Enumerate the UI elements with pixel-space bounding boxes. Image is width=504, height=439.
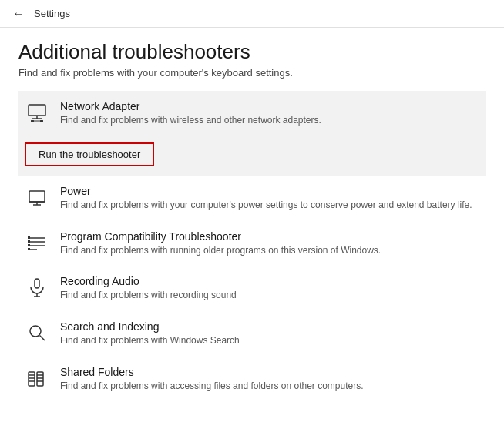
header-title: Settings — [34, 8, 70, 19]
item-text-network-adapter: Network Adapter Find and fix problems wi… — [60, 100, 321, 127]
troubleshooter-list: Network Adapter Find and fix problems wi… — [18, 91, 486, 402]
item-desc-program-compatibility: Find and fix problems with running older… — [60, 244, 381, 257]
back-button[interactable]: ← — [12, 8, 25, 20]
page-subtitle: Find and fix problems with your computer… — [18, 67, 486, 79]
item-desc-search-indexing: Find and fix problems with Windows Searc… — [60, 334, 240, 347]
shared-folders-icon — [25, 367, 49, 389]
power-icon — [25, 186, 49, 208]
item-name-recording-audio: Recording Audio — [60, 275, 237, 287]
svg-rect-18 — [35, 279, 39, 288]
svg-rect-16 — [28, 244, 30, 246]
list-item-program-compatibility[interactable]: Program Compatibility Troubleshooter Fin… — [18, 221, 486, 266]
recording-audio-icon — [25, 276, 49, 298]
item-main-network-adapter[interactable]: Network Adapter Find and fix problems wi… — [18, 91, 328, 136]
page-title: Additional troubleshooters — [18, 40, 486, 64]
item-name-shared-folders: Shared Folders — [60, 366, 364, 378]
list-item-power[interactable]: Power Find and fix problems with your co… — [18, 176, 486, 221]
item-text-recording-audio: Recording Audio Find and fix problems wi… — [60, 275, 237, 302]
svg-rect-6 — [29, 191, 45, 202]
svg-rect-0 — [29, 105, 45, 116]
svg-line-22 — [40, 336, 45, 341]
run-troubleshooter-button[interactable]: Run the troubleshooter — [25, 142, 154, 166]
network-adapter-icon — [25, 102, 49, 123]
svg-rect-14 — [28, 236, 30, 239]
item-name-program-compatibility: Program Compatibility Troubleshooter — [60, 230, 381, 243]
svg-rect-15 — [28, 240, 30, 243]
item-name-network-adapter: Network Adapter — [60, 100, 321, 112]
item-name-power: Power — [60, 185, 472, 197]
list-item-recording-audio[interactable]: Recording Audio Find and fix problems wi… — [18, 266, 486, 311]
svg-rect-17 — [28, 248, 30, 250]
list-item-network-adapter: Network Adapter Find and fix problems wi… — [18, 91, 486, 176]
program-compatibility-icon — [25, 232, 49, 253]
search-icon — [25, 322, 49, 343]
item-desc-power: Find and fix problems with your computer… — [60, 199, 472, 212]
svg-rect-23 — [29, 372, 35, 386]
list-item-search-indexing[interactable]: Search and Indexing Find and fix problem… — [18, 311, 486, 357]
item-text-search-indexing: Search and Indexing Find and fix problem… — [60, 320, 240, 347]
item-desc-shared-folders: Find and fix problems with accessing fil… — [60, 380, 364, 393]
content-area: Additional troubleshooters Find and fix … — [0, 28, 504, 414]
item-desc-recording-audio: Find and fix problems with recording sou… — [60, 289, 237, 302]
svg-rect-27 — [37, 372, 43, 386]
item-text-shared-folders: Shared Folders Find and fix problems wit… — [60, 366, 364, 393]
list-item-shared-folders[interactable]: Shared Folders Find and fix problems wit… — [18, 357, 486, 402]
item-text-power: Power Find and fix problems with your co… — [60, 185, 472, 212]
item-text-program-compatibility: Program Compatibility Troubleshooter Fin… — [60, 230, 381, 257]
item-name-search-indexing: Search and Indexing — [60, 320, 240, 333]
svg-point-21 — [30, 326, 41, 337]
item-desc-network-adapter: Find and fix problems with wireless and … — [60, 114, 321, 127]
header: ← Settings — [0, 0, 504, 28]
run-button-row: Run the troubleshooter — [18, 136, 160, 176]
